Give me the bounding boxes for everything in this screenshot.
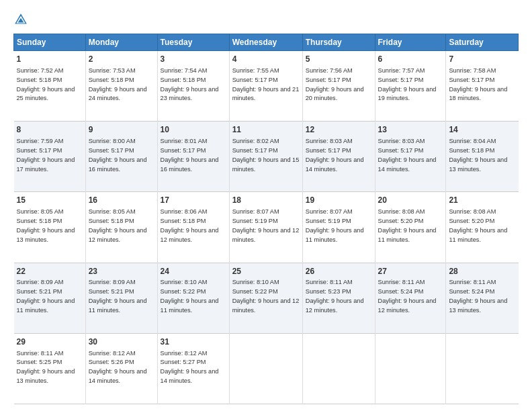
day-number: 18 [232, 195, 300, 206]
header-day-saturday: Saturday [446, 34, 519, 51]
day-info: Sunrise: 8:03 AMSunset: 5:17 PMDaylight:… [378, 138, 437, 173]
day-info: Sunrise: 8:06 AMSunset: 5:18 PMDaylight:… [161, 208, 219, 243]
day-number: 13 [378, 124, 443, 136]
calendar-cell: 7Sunrise: 7:58 AMSunset: 5:17 PMDaylight… [446, 51, 519, 122]
calendar-cell: 13Sunrise: 8:03 AMSunset: 5:17 PMDayligh… [375, 122, 446, 192]
calendar-cell: 9Sunrise: 8:00 AMSunset: 5:17 PMDaylight… [85, 122, 157, 192]
week-row-3: 15Sunrise: 8:05 AMSunset: 5:18 PMDayligh… [14, 192, 519, 263]
day-number: 7 [449, 54, 515, 65]
day-number: 8 [17, 124, 83, 136]
day-info: Sunrise: 8:03 AMSunset: 5:17 PMDaylight:… [306, 138, 364, 173]
day-number: 15 [17, 195, 83, 206]
day-number: 2 [89, 54, 154, 65]
calendar-cell [375, 333, 446, 404]
logo-icon [13, 12, 28, 27]
day-number: 12 [306, 124, 372, 136]
week-row-5: 29Sunrise: 8:11 AMSunset: 5:25 PMDayligh… [14, 333, 519, 404]
day-info: Sunrise: 8:11 AMSunset: 5:24 PMDaylight:… [378, 279, 437, 314]
day-info: Sunrise: 8:05 AMSunset: 5:18 PMDaylight:… [89, 208, 147, 243]
day-number: 24 [161, 266, 226, 277]
day-info: Sunrise: 8:08 AMSunset: 5:20 PMDaylight:… [378, 208, 437, 243]
calendar-cell: 22Sunrise: 8:09 AMSunset: 5:21 PMDayligh… [14, 263, 86, 333]
day-info: Sunrise: 7:52 AMSunset: 5:18 PMDaylight:… [17, 67, 75, 102]
week-row-1: 1Sunrise: 7:52 AMSunset: 5:18 PMDaylight… [14, 51, 519, 122]
week-row-4: 22Sunrise: 8:09 AMSunset: 5:21 PMDayligh… [14, 263, 519, 333]
day-info: Sunrise: 8:08 AMSunset: 5:20 PMDaylight:… [449, 208, 507, 243]
calendar-cell [446, 333, 519, 404]
calendar-cell: 21Sunrise: 8:08 AMSunset: 5:20 PMDayligh… [446, 192, 519, 263]
calendar-cell: 31Sunrise: 8:12 AMSunset: 5:27 PMDayligh… [157, 333, 229, 404]
day-info: Sunrise: 7:55 AMSunset: 5:17 PMDaylight:… [232, 67, 300, 102]
day-number: 29 [17, 336, 83, 348]
day-number: 23 [89, 266, 154, 277]
day-number: 25 [232, 266, 300, 277]
day-number: 5 [306, 54, 372, 65]
day-info: Sunrise: 7:54 AMSunset: 5:18 PMDaylight:… [161, 67, 219, 102]
day-number: 14 [449, 124, 515, 136]
calendar-cell: 23Sunrise: 8:09 AMSunset: 5:21 PMDayligh… [85, 263, 157, 333]
calendar-cell [302, 333, 375, 404]
day-info: Sunrise: 8:12 AMSunset: 5:27 PMDaylight:… [161, 350, 219, 385]
week-row-2: 8Sunrise: 7:59 AMSunset: 5:17 PMDaylight… [14, 122, 519, 192]
calendar-cell: 24Sunrise: 8:10 AMSunset: 5:22 PMDayligh… [157, 263, 229, 333]
header-day-monday: Monday [85, 34, 157, 51]
calendar-cell: 27Sunrise: 8:11 AMSunset: 5:24 PMDayligh… [375, 263, 446, 333]
day-info: Sunrise: 7:58 AMSunset: 5:17 PMDaylight:… [449, 67, 507, 102]
day-info: Sunrise: 8:00 AMSunset: 5:17 PMDaylight:… [89, 138, 147, 173]
header-day-wednesday: Wednesday [229, 34, 302, 51]
day-info: Sunrise: 8:11 AMSunset: 5:24 PMDaylight:… [449, 279, 507, 314]
logo [13, 12, 32, 27]
calendar-cell: 26Sunrise: 8:11 AMSunset: 5:23 PMDayligh… [302, 263, 375, 333]
day-info: Sunrise: 8:11 AMSunset: 5:25 PMDaylight:… [17, 350, 75, 385]
calendar-cell: 5Sunrise: 7:56 AMSunset: 5:17 PMDaylight… [302, 51, 375, 122]
day-number: 17 [161, 195, 226, 206]
calendar-cell: 14Sunrise: 8:04 AMSunset: 5:18 PMDayligh… [446, 122, 519, 192]
day-info: Sunrise: 8:12 AMSunset: 5:26 PMDaylight:… [89, 350, 147, 385]
day-info: Sunrise: 8:11 AMSunset: 5:23 PMDaylight:… [306, 279, 364, 314]
day-info: Sunrise: 8:05 AMSunset: 5:18 PMDaylight:… [17, 208, 75, 243]
day-number: 30 [89, 336, 154, 348]
calendar-cell: 6Sunrise: 7:57 AMSunset: 5:17 PMDaylight… [375, 51, 446, 122]
calendar-cell: 15Sunrise: 8:05 AMSunset: 5:18 PMDayligh… [14, 192, 86, 263]
day-number: 10 [161, 124, 226, 136]
day-number: 3 [161, 54, 226, 65]
day-info: Sunrise: 8:01 AMSunset: 5:17 PMDaylight:… [161, 138, 219, 173]
calendar-cell: 20Sunrise: 8:08 AMSunset: 5:20 PMDayligh… [375, 192, 446, 263]
calendar-cell: 11Sunrise: 8:02 AMSunset: 5:17 PMDayligh… [229, 122, 302, 192]
day-info: Sunrise: 8:10 AMSunset: 5:22 PMDaylight:… [161, 279, 219, 314]
calendar-cell: 16Sunrise: 8:05 AMSunset: 5:18 PMDayligh… [85, 192, 157, 263]
day-info: Sunrise: 8:02 AMSunset: 5:17 PMDaylight:… [232, 138, 300, 173]
calendar-cell: 30Sunrise: 8:12 AMSunset: 5:26 PMDayligh… [85, 333, 157, 404]
day-number: 19 [306, 195, 372, 206]
day-number: 28 [449, 266, 515, 277]
header [13, 12, 519, 27]
day-number: 21 [449, 195, 515, 206]
header-day-thursday: Thursday [302, 34, 375, 51]
header-day-friday: Friday [375, 34, 446, 51]
calendar-cell: 3Sunrise: 7:54 AMSunset: 5:18 PMDaylight… [157, 51, 229, 122]
calendar-cell: 19Sunrise: 8:07 AMSunset: 5:19 PMDayligh… [302, 192, 375, 263]
day-info: Sunrise: 8:07 AMSunset: 5:19 PMDaylight:… [232, 208, 300, 243]
calendar-cell: 1Sunrise: 7:52 AMSunset: 5:18 PMDaylight… [14, 51, 86, 122]
day-info: Sunrise: 7:59 AMSunset: 5:17 PMDaylight:… [17, 138, 75, 173]
calendar-cell: 12Sunrise: 8:03 AMSunset: 5:17 PMDayligh… [302, 122, 375, 192]
day-info: Sunrise: 8:09 AMSunset: 5:21 PMDaylight:… [17, 279, 75, 314]
header-row: SundayMondayTuesdayWednesdayThursdayFrid… [14, 34, 519, 51]
day-info: Sunrise: 7:53 AMSunset: 5:18 PMDaylight:… [89, 67, 147, 102]
day-info: Sunrise: 7:56 AMSunset: 5:17 PMDaylight:… [306, 67, 364, 102]
calendar-cell: 2Sunrise: 7:53 AMSunset: 5:18 PMDaylight… [85, 51, 157, 122]
calendar-cell: 10Sunrise: 8:01 AMSunset: 5:17 PMDayligh… [157, 122, 229, 192]
calendar-cell: 29Sunrise: 8:11 AMSunset: 5:25 PMDayligh… [14, 333, 86, 404]
day-info: Sunrise: 8:07 AMSunset: 5:19 PMDaylight:… [306, 208, 364, 243]
day-number: 22 [17, 266, 83, 277]
day-number: 16 [89, 195, 154, 206]
day-number: 1 [17, 54, 83, 65]
calendar-cell: 8Sunrise: 7:59 AMSunset: 5:17 PMDaylight… [14, 122, 86, 192]
day-number: 6 [378, 54, 443, 65]
header-day-sunday: Sunday [14, 34, 86, 51]
calendar-cell: 17Sunrise: 8:06 AMSunset: 5:18 PMDayligh… [157, 192, 229, 263]
day-info: Sunrise: 8:04 AMSunset: 5:18 PMDaylight:… [449, 138, 507, 173]
day-number: 4 [232, 54, 300, 65]
day-info: Sunrise: 7:57 AMSunset: 5:17 PMDaylight:… [378, 67, 437, 102]
calendar-cell: 28Sunrise: 8:11 AMSunset: 5:24 PMDayligh… [446, 263, 519, 333]
